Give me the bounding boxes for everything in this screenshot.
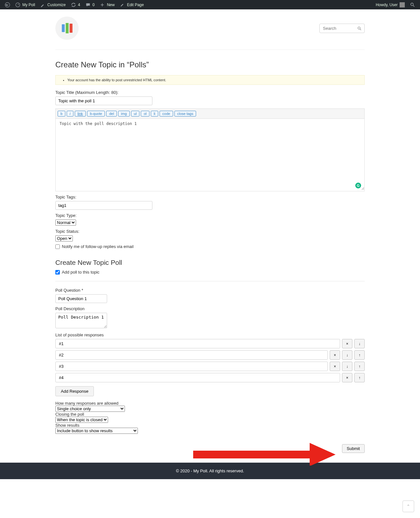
- editor-btn-b[interactable]: b: [58, 111, 65, 117]
- site-search: [319, 24, 365, 33]
- comments-link[interactable]: 0: [83, 2, 97, 7]
- remove-button[interactable]: ×: [342, 373, 352, 382]
- poll-desc-label: Poll Description: [55, 306, 365, 311]
- topic-description-textarea[interactable]: [56, 119, 364, 190]
- add-poll-checkbox[interactable]: [55, 270, 60, 275]
- edit-page-link[interactable]: Edit Page: [117, 2, 146, 7]
- notice-box: Your account has the ability to post unr…: [55, 75, 365, 85]
- topic-status-select[interactable]: Open: [55, 235, 73, 242]
- poll-desc-textarea[interactable]: [55, 313, 107, 328]
- editor-btn-ol[interactable]: ol: [141, 111, 149, 117]
- editor-btn-ul[interactable]: ul: [131, 111, 140, 117]
- topic-type-label: Topic Type:: [55, 213, 365, 218]
- svg-marker-5: [310, 443, 336, 466]
- response-row: ×↓: [55, 339, 365, 348]
- responses-list: ×↓×↓↑×↓↑×↑: [55, 339, 365, 382]
- editor-btn-del[interactable]: del: [106, 111, 117, 117]
- editor-btn-code[interactable]: code: [160, 111, 173, 117]
- comment-icon: [85, 2, 91, 7]
- response-input[interactable]: [55, 339, 340, 348]
- results-select[interactable]: Include button to show results: [55, 428, 138, 434]
- response-input[interactable]: [55, 362, 328, 371]
- response-row: ×↑: [55, 373, 365, 382]
- customize-link[interactable]: Customize: [38, 2, 68, 7]
- poll-question-label: Poll Question *: [55, 288, 365, 293]
- logo-bar-red: [70, 24, 72, 33]
- updates-link[interactable]: 4: [69, 2, 83, 7]
- submit-button[interactable]: Submit: [342, 444, 365, 453]
- footer-copy: © 2020 - My Poll. All rights reserved.: [176, 468, 244, 473]
- responses-allowed-select[interactable]: Single choice only: [55, 406, 125, 412]
- svg-point-2: [411, 3, 413, 6]
- dashboard-icon: [15, 2, 20, 7]
- howdy-link[interactable]: Howdy, User: [373, 2, 407, 7]
- site-name: My Poll: [22, 3, 35, 7]
- submit-row: Submit: [55, 444, 365, 453]
- site-header: [55, 9, 365, 50]
- topic-title-input[interactable]: [55, 96, 152, 105]
- new-link[interactable]: New: [97, 2, 117, 7]
- topic-tags-label: Topic Tags:: [55, 195, 365, 199]
- site-link[interactable]: My Poll: [13, 2, 37, 7]
- editor-toolbar: bilinkb-quotedelimgulollicodeclose tags: [56, 109, 364, 119]
- notify-label: Notify me of follow-up replies via email: [62, 244, 134, 249]
- editor-btn-close-tags[interactable]: close tags: [174, 111, 196, 117]
- refresh-icon: [71, 2, 76, 7]
- notify-checkbox[interactable]: [55, 244, 60, 249]
- site-logo[interactable]: [55, 17, 79, 40]
- wp-logo[interactable]: [3, 2, 12, 7]
- remove-button[interactable]: ×: [330, 362, 340, 371]
- remove-button[interactable]: ×: [342, 339, 352, 348]
- topic-type-select[interactable]: Normal: [55, 220, 76, 226]
- admin-bar: My Poll Customize 4 0 New Edit Page Howd…: [0, 0, 420, 9]
- search-icon[interactable]: [357, 26, 362, 31]
- grammarly-icon[interactable]: G: [355, 183, 361, 188]
- editor-btn-i[interactable]: i: [67, 111, 73, 117]
- divider: [55, 281, 365, 281]
- editor-btn-li[interactable]: li: [151, 111, 158, 117]
- response-row: ×↓↑: [55, 362, 365, 371]
- move-down-button[interactable]: ↓: [342, 350, 352, 360]
- response-input[interactable]: [55, 373, 340, 382]
- editor-btn-img[interactable]: img: [118, 111, 130, 117]
- responses-label: List of possible responses: [55, 332, 365, 337]
- editor-btn-b-quote[interactable]: b-quote: [87, 111, 105, 117]
- response-row: ×↓↑: [55, 350, 365, 360]
- search-icon: [410, 2, 415, 7]
- poll-question-input[interactable]: [55, 294, 107, 303]
- topic-tags-input[interactable]: [55, 201, 152, 210]
- move-down-button[interactable]: ↓: [342, 362, 352, 371]
- topic-status-label: Topic Status:: [55, 229, 365, 234]
- page-title: Create New Topic in “Polls”: [55, 60, 365, 69]
- adminbar-search[interactable]: [408, 2, 417, 7]
- poll-heading: Create New Topic Poll: [55, 259, 365, 266]
- svg-point-0: [5, 2, 10, 7]
- move-up-button[interactable]: ↑: [354, 350, 365, 360]
- move-up-button[interactable]: ↑: [354, 373, 365, 382]
- add-response-button[interactable]: Add Response: [55, 386, 94, 396]
- brush-icon: [40, 2, 45, 7]
- wordpress-icon: [5, 2, 10, 7]
- topic-editor: bilinkb-quotedelimgulollicodeclose tags …: [55, 108, 365, 191]
- avatar: [400, 2, 405, 7]
- add-poll-label: Add poll to this topic: [62, 270, 99, 275]
- results-label: Show results: [55, 423, 365, 428]
- logo-bar-green: [66, 23, 69, 33]
- closing-label: Closing the poll: [55, 412, 365, 417]
- responses-allowed-label: How many responses are allowed: [55, 401, 365, 406]
- arrow-indicator: [193, 443, 336, 466]
- notice-text: Your account has the ability to post unr…: [67, 78, 360, 82]
- editor-btn-link[interactable]: link: [75, 111, 86, 117]
- svg-rect-4: [193, 451, 313, 458]
- move-up-button[interactable]: ↑: [354, 362, 365, 371]
- logo-bar-blue: [62, 24, 65, 32]
- response-input[interactable]: [55, 350, 328, 360]
- closing-select[interactable]: When the topic is closed: [55, 417, 108, 423]
- plus-icon: [100, 2, 105, 7]
- pencil-icon: [120, 2, 125, 7]
- remove-button[interactable]: ×: [330, 350, 340, 360]
- topic-title-label: Topic Title (Maximum Length: 80):: [55, 90, 365, 95]
- move-down-button[interactable]: ↓: [354, 339, 365, 348]
- svg-point-3: [358, 27, 360, 29]
